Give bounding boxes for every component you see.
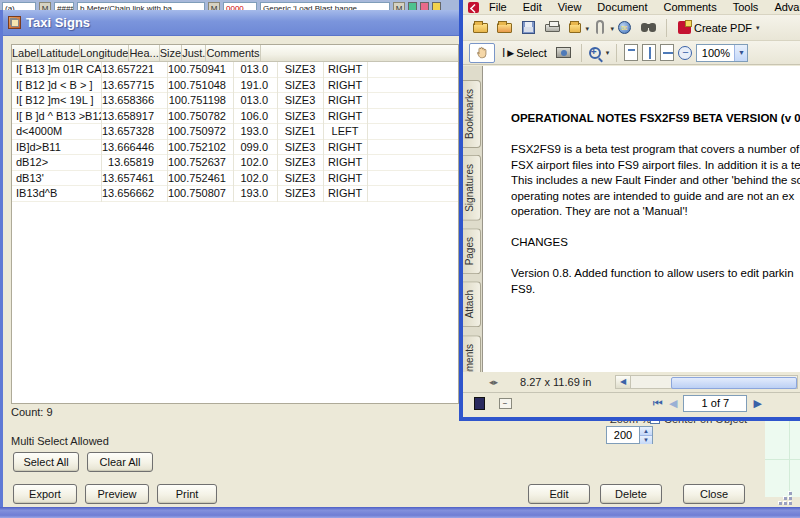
column-divider [101,62,102,202]
table-row[interactable]: d<4000M 13.657328 100.750972 193.0 SIZE1… [12,124,458,140]
scroll-left-icon[interactable]: ◀ [616,376,631,388]
collapse-button[interactable]: − [495,395,515,413]
code-field[interactable]: 0000 [223,2,257,10]
table-row[interactable]: I[ B12 ]d < B > ] 13.657715 100.751048 1… [12,78,458,94]
attachments-icon[interactable]: ▾ [591,18,611,37]
single-page-button[interactable] [469,395,489,413]
column-header[interactable]: Comments [206,45,260,61]
save-copy-icon[interactable] [519,18,539,37]
hand-tool-button[interactable] [469,43,495,63]
cell-longitude: 100.750941 [167,62,233,77]
background-combo-2[interactable]: b Meter/Chain link with ba [77,2,205,10]
cell-longitude: 100.750807 [167,186,233,201]
clear-all-button[interactable]: Clear All [87,452,153,472]
yellow-tool-icon[interactable] [432,2,441,10]
snapshot-icon[interactable] [554,43,574,62]
menu-item[interactable]: Comments [656,0,725,14]
create-pdf-button[interactable]: Create PDF ▾ [674,19,764,36]
menu-item[interactable]: View [550,0,590,14]
column-header[interactable]: Size [160,45,182,61]
zoom-in-icon[interactable] [589,47,601,59]
spinner-arrows[interactable]: ▲▼ [639,427,652,443]
toolbar-separator [581,44,582,62]
organizer-icon[interactable] [495,18,515,37]
zoom-out-icon[interactable] [678,46,692,60]
menu-item[interactable]: File [481,0,515,14]
menu-item[interactable]: Document [589,0,655,14]
column-header[interactable]: Longitude [80,45,129,61]
spin-up-icon[interactable]: ▲ [640,427,652,436]
table-row[interactable]: IB13d^B 13.656662 100.750807 193.0 SIZE3… [12,186,458,202]
spin-down-icon[interactable]: ▼ [640,436,652,444]
background-combo-3[interactable]: Generic 'Load Blast hange [260,2,390,10]
select-tool-button[interactable]: I ▶ Select [499,46,550,60]
nav-tab[interactable]: Signatures [463,155,481,221]
column-header[interactable]: Hea... [129,45,159,61]
scrollbar-thumb[interactable] [671,377,797,389]
menu-item[interactable]: Edit [515,0,550,14]
first-page-icon[interactable]: ⏮ [653,397,663,410]
nav-tab[interactable]: Attach [463,281,481,327]
table-row[interactable]: dB12> 13.65819 100.752637 102.0 SIZE3 RI… [12,155,458,171]
select-label: Select [516,47,547,59]
next-page-icon[interactable]: ▶ [753,397,761,410]
zoom-level-combo[interactable]: 100% ▼ [696,44,748,62]
document-line [511,251,800,267]
screen: { "colors": { "xp_titlebar": "#7B95DC", … [0,0,800,518]
window-bottom-border [0,507,800,518]
adobe-icon[interactable] [468,2,479,13]
zoom-value-spinner[interactable]: 200 ▲▼ [606,426,653,444]
column-header[interactable]: Label [12,45,40,61]
table-row[interactable]: I[ B13 ]m 01R CA... 13.657221 100.750941… [12,62,458,78]
cell-label: d<4000M [12,124,101,139]
table-row[interactable]: I[ B12 ]m< 19L ] 13.658366 100.751198 01… [12,93,458,109]
background-combo-1-button[interactable]: M [39,2,51,10]
table-row[interactable]: I[ B ]d ^ B13 >B12] 13.658917 100.750782… [12,109,458,125]
background-combo-2-button[interactable]: M [208,2,220,10]
nav-tab[interactable]: Bookmarks [463,80,481,148]
chevron-down-icon: ▾ [756,24,760,32]
chevron-down-icon[interactable]: ▾ [606,49,610,57]
fit-width-icon[interactable] [660,44,674,61]
pink-tool-icon[interactable] [420,2,429,10]
chevron-down-icon[interactable]: ▼ [734,45,747,61]
edit-button[interactable]: Edit [528,484,590,504]
fit-page-icon[interactable] [642,44,656,61]
cursor-icon: ▶ [507,48,514,58]
actual-size-icon[interactable] [624,44,638,61]
print-icon[interactable] [543,18,563,37]
open-icon[interactable] [471,18,491,37]
menu-item[interactable]: Tools [725,0,767,14]
cell-comments [367,171,458,186]
nav-tab[interactable]: Pages [463,228,481,274]
document-line: FSX2FS9 is a beta test program that cove… [511,142,800,158]
select-all-button[interactable]: Select All [13,452,79,472]
previous-page-icon[interactable]: ◀ [669,397,677,410]
export-button[interactable]: Export [13,484,77,504]
menu-item[interactable]: Advanced [766,0,800,14]
preview-button[interactable]: Preview [85,484,149,504]
horizontal-scrollbar[interactable]: ◀ [615,375,798,389]
green-tool-icon[interactable] [408,2,417,10]
delete-button[interactable]: Delete [600,484,662,504]
print-button[interactable]: Print [157,484,217,504]
zoom-value[interactable]: 200 [607,427,639,443]
close-button[interactable]: Close [683,484,745,504]
taxi-signs-table[interactable]: LabelLatitudeLongitudeHea...SizeJust.Com… [11,44,459,404]
email-icon[interactable] [615,18,635,37]
cell-heading: 102.0 [233,155,277,170]
count-label: Count: 9 [11,406,53,418]
table-row[interactable]: IB]d>B11 13.666446 100.752102 099.0 SIZE… [12,140,458,156]
pdf-page[interactable]: OPERATIONAL NOTES FSX2FS9 BETA VERSION (… [482,66,800,372]
resize-grip[interactable] [776,492,793,506]
page-number-input[interactable]: 1 of 7 [683,395,747,412]
table-row[interactable]: dB13' 13.657461 100.752461 102.0 SIZE3 R… [12,171,458,187]
document-title: OPERATIONAL NOTES FSX2FS9 BETA VERSION (… [511,112,800,124]
column-header[interactable]: Latitude [40,45,80,61]
background-combo-3-button[interactable]: M [393,2,405,10]
background-combo-1[interactable]: (a) [2,2,36,10]
search-icon[interactable] [639,18,659,37]
column-header[interactable]: Just. [182,45,206,61]
picture-tasks-icon[interactable]: ▾ [567,18,587,37]
resize-arrows-icon[interactable]: ◂▸ [489,377,498,387]
